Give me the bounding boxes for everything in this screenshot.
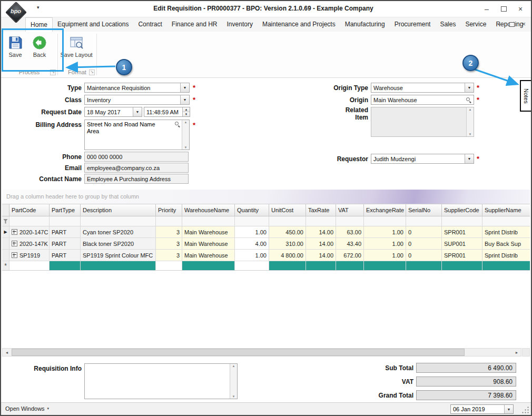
col-header-serialno[interactable]: SerialNo bbox=[406, 204, 442, 216]
filter-cell[interactable] bbox=[156, 216, 182, 226]
col-header-vat[interactable]: VAT bbox=[336, 204, 364, 216]
col-header-priority[interactable]: Priority bbox=[156, 204, 182, 216]
cell-partcode[interactable]: 2020-147C bbox=[9, 226, 50, 237]
tab-sales[interactable]: Sales bbox=[435, 17, 460, 32]
origin-type-select[interactable]: Warehouse ▼ bbox=[371, 83, 474, 93]
tab-utilities[interactable]: Utilities bbox=[528, 17, 532, 32]
phone-field[interactable]: 000 000 0000 bbox=[84, 152, 189, 162]
new-cell-quantity[interactable] bbox=[235, 261, 269, 270]
cell-exchangerate[interactable]: 1.00 bbox=[364, 238, 406, 249]
cell-suppliername[interactable]: Sprint Distrib bbox=[482, 226, 530, 237]
new-cell-exchangerate[interactable] bbox=[364, 261, 406, 270]
col-header-partcode[interactable]: PartCode bbox=[9, 204, 50, 216]
new-cell-serialno[interactable] bbox=[406, 261, 442, 270]
tab-service[interactable]: Service bbox=[460, 17, 491, 32]
filter-cell[interactable] bbox=[81, 216, 156, 226]
grid-horizontal-scrollbar[interactable]: ◄ ► bbox=[2, 348, 521, 356]
class-dropdown-icon[interactable]: ▼ bbox=[180, 95, 189, 104]
cell-suppliercode[interactable]: SPR001 bbox=[442, 226, 482, 237]
cell-warehouse[interactable]: Main Warehouse bbox=[182, 250, 235, 261]
scroll-right-icon[interactable]: ► bbox=[513, 349, 521, 356]
filter-cell[interactable] bbox=[235, 216, 269, 226]
time-down-icon[interactable]: ▼ bbox=[183, 112, 190, 116]
cell-priority[interactable]: 3 bbox=[156, 226, 182, 237]
cell-parttype[interactable]: PART bbox=[50, 238, 81, 249]
child-restore-icon[interactable] bbox=[509, 22, 515, 27]
new-cell-suppliercode[interactable] bbox=[442, 261, 482, 270]
new-cell-priority[interactable] bbox=[156, 261, 182, 270]
request-time-spinner[interactable]: 11:48:59 AM ▲ ▼ bbox=[144, 107, 190, 117]
scrollbar-thumb[interactable] bbox=[12, 349, 465, 356]
filter-cell[interactable] bbox=[306, 216, 336, 226]
cell-description[interactable]: Cyan toner SP2020 bbox=[81, 226, 156, 237]
save-layout-button[interactable]: Save Layout bbox=[60, 33, 93, 68]
new-cell-partcode[interactable] bbox=[9, 261, 50, 270]
col-header-taxrate[interactable]: TaxRate bbox=[306, 204, 336, 216]
filter-cell[interactable] bbox=[406, 216, 442, 226]
col-header-exchangerate[interactable]: ExchangeRate bbox=[364, 204, 406, 216]
cell-suppliername[interactable]: Buy Back Sup bbox=[482, 238, 530, 249]
cell-warehouse[interactable]: Main Warehouse bbox=[182, 238, 235, 249]
cell-taxrate[interactable]: 14.00 bbox=[306, 250, 336, 261]
cell-partcode[interactable]: 2020-147K bbox=[9, 238, 50, 249]
cell-taxrate[interactable]: 14.00 bbox=[306, 238, 336, 249]
billing-scroll-down-icon[interactable]: ▼ bbox=[182, 146, 189, 149]
col-header-parttype[interactable]: PartType bbox=[50, 204, 81, 216]
col-header-suppliername[interactable]: SupplierName bbox=[482, 204, 530, 216]
new-cell-parttype[interactable] bbox=[50, 261, 81, 270]
type-dropdown-icon[interactable]: ▼ bbox=[180, 83, 189, 92]
filter-cell[interactable] bbox=[269, 216, 306, 226]
billing-scroll-up-icon[interactable]: ▲ bbox=[182, 121, 189, 124]
billing-address-box[interactable]: Street No and Road Name Area ▲ ▼ bbox=[84, 120, 190, 150]
email-field[interactable]: employeea@company.co.za bbox=[84, 163, 189, 173]
requestor-dropdown-icon[interactable]: ▼ bbox=[465, 154, 474, 163]
cell-quantity[interactable]: 4.00 bbox=[235, 238, 269, 249]
quick-access-caret-icon[interactable]: ▾ bbox=[37, 5, 40, 10]
tab-equipment-and-locations[interactable]: Equipment and Locations bbox=[53, 17, 133, 32]
cell-warehouse[interactable]: Main Warehouse bbox=[182, 226, 235, 237]
cell-exchangerate[interactable]: 1.00 bbox=[364, 226, 406, 237]
open-windows-dropdown[interactable]: Open Windows ▾ bbox=[5, 405, 49, 412]
new-cell-vat[interactable] bbox=[336, 261, 364, 270]
new-cell-taxrate[interactable] bbox=[306, 261, 336, 270]
col-header-quantity[interactable]: Quantity bbox=[235, 204, 269, 216]
cell-suppliername[interactable]: Sprint Distrib bbox=[482, 250, 530, 261]
type-select[interactable]: Maintenance Requisition ▼ bbox=[84, 83, 190, 93]
child-minimize-icon[interactable]: – bbox=[498, 21, 502, 28]
requisition-info-box[interactable]: ▲ ▼ bbox=[84, 363, 238, 399]
cell-unitcost[interactable]: 310.00 bbox=[269, 238, 306, 249]
filter-cell[interactable] bbox=[336, 216, 364, 226]
related-item-box[interactable]: ▲ ▼ bbox=[371, 107, 474, 137]
time-up-icon[interactable]: ▲ bbox=[183, 107, 190, 112]
filter-cell[interactable] bbox=[9, 216, 50, 226]
origin-lookup-field[interactable]: Main Warehouse bbox=[371, 95, 474, 105]
filter-cell[interactable] bbox=[50, 216, 81, 226]
col-header-suppliercode[interactable]: SupplierCode bbox=[442, 204, 482, 216]
new-row[interactable]: * bbox=[2, 261, 530, 271]
related-item-scrollbar[interactable]: ▲ ▼ bbox=[466, 107, 474, 136]
table-row[interactable]: 2020-147K PART Black toner SP2020 3 Main… bbox=[2, 238, 530, 250]
request-date-picker[interactable]: 18 May 2017 ▼ bbox=[84, 107, 142, 117]
cell-suppliercode[interactable]: SPR001 bbox=[442, 250, 482, 261]
time-spin-buttons[interactable]: ▲ ▼ bbox=[182, 107, 190, 116]
origin-type-dropdown-icon[interactable]: ▼ bbox=[465, 83, 474, 92]
cell-taxrate[interactable]: 14.00 bbox=[306, 226, 336, 237]
tab-manufacturing[interactable]: Manufacturing bbox=[340, 17, 390, 32]
requisition-info-scrollbar[interactable]: ▲ ▼ bbox=[230, 364, 237, 399]
col-header-warehousename[interactable]: WarehouseName bbox=[182, 204, 235, 216]
status-date-picker[interactable]: 06 Jan 2019 ▼ bbox=[450, 404, 514, 414]
cell-quantity[interactable]: 1.00 bbox=[235, 250, 269, 261]
maximize-button[interactable] bbox=[495, 2, 512, 16]
reqinfo-scroll-down-icon[interactable]: ▼ bbox=[230, 395, 237, 398]
tab-finance-and-hr[interactable]: Finance and HR bbox=[167, 17, 222, 32]
table-row[interactable]: SP1919 PART SP1919 Sprint Colour MFC 3 M… bbox=[2, 250, 530, 261]
close-button[interactable]: × bbox=[512, 2, 529, 16]
cell-unitcost[interactable]: 4 800.00 bbox=[269, 250, 306, 261]
filter-cell[interactable] bbox=[442, 216, 482, 226]
cell-unitcost[interactable]: 450.00 bbox=[269, 226, 306, 237]
billing-address-scrollbar[interactable]: ▲ ▼ bbox=[182, 120, 189, 150]
cell-parttype[interactable]: PART bbox=[50, 226, 81, 237]
cell-vat[interactable]: 672.00 bbox=[336, 250, 364, 261]
related-scroll-down-icon[interactable]: ▼ bbox=[467, 133, 474, 136]
cell-vat[interactable]: 63.00 bbox=[336, 226, 364, 237]
